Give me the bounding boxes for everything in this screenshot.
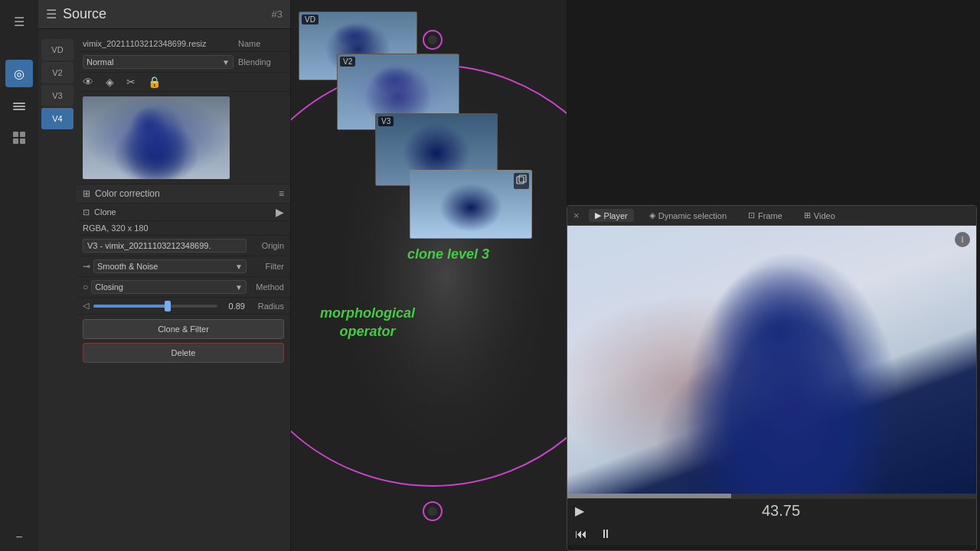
filename-row: vimix_20211103212348699.resiz Name bbox=[77, 36, 290, 52]
player-progress-bar[interactable] bbox=[567, 494, 976, 498]
origin-row: V3 - vimix_20211103212348699. Origin bbox=[77, 236, 290, 256]
thumb-v4[interactable] bbox=[410, 170, 532, 239]
minus-icon[interactable]: − bbox=[5, 523, 33, 551]
radius-row: ◁ 0.89 Radius bbox=[77, 298, 290, 315]
thumbnail-area bbox=[77, 92, 290, 184]
svg-rect-6 bbox=[20, 139, 25, 144]
pause-button[interactable]: ⏸ bbox=[598, 526, 613, 543]
radius-slider-fill bbox=[93, 305, 168, 308]
svg-rect-1 bbox=[13, 106, 25, 107]
method-value: Closing bbox=[95, 282, 123, 292]
svg-rect-14 bbox=[517, 177, 524, 184]
player-header: × ▶ Player ◈ Dynamic selection ⊡ Frame ⊞… bbox=[567, 206, 976, 226]
morph-label: morphological operator bbox=[291, 287, 444, 341]
svg-rect-4 bbox=[20, 132, 25, 137]
color-correction-header: ⊞ Color correction ≡ bbox=[77, 184, 290, 204]
player-close-button[interactable]: × bbox=[573, 210, 580, 221]
color-correction-title: Color correction bbox=[95, 188, 160, 199]
source-panel: ☰ Source #3 VD V2 V3 V4 vimix_2021110321… bbox=[38, 0, 291, 551]
filter-label: Filter bbox=[250, 262, 284, 271]
video-icon: ⊞ bbox=[804, 210, 811, 220]
menu-icon[interactable]: ☰ bbox=[5, 8, 33, 35]
thumb-v3-label: V3 bbox=[378, 116, 394, 126]
timecode-display: 43.75 bbox=[592, 502, 970, 520]
tab-player[interactable]: ▶ Player bbox=[589, 209, 634, 222]
filename-text: vimix_20211103212348699.resiz bbox=[83, 39, 234, 48]
tab-video[interactable]: ⊞ Video bbox=[798, 209, 841, 222]
filter-dropdown-arrow: ▼ bbox=[235, 262, 243, 271]
radius-slider-track[interactable] bbox=[93, 305, 217, 308]
method-select[interactable]: Closing ▼ bbox=[91, 280, 247, 294]
clone-indicator bbox=[514, 173, 529, 189]
tab-frame[interactable]: ⊡ Frame bbox=[742, 209, 789, 222]
tab-dynamic-label: Dynamic selection bbox=[658, 211, 727, 220]
player-info-button[interactable]: ℹ bbox=[955, 232, 970, 247]
blending-row: Normal ▼ Blending bbox=[77, 52, 290, 73]
player-progress-fill bbox=[567, 494, 731, 498]
tab-vd[interactable]: VD bbox=[41, 39, 74, 60]
tab-frame-label: Frame bbox=[758, 211, 782, 220]
panel-title: Source bbox=[63, 6, 266, 22]
svg-point-13 bbox=[428, 507, 437, 516]
player-video: ℹ bbox=[567, 226, 976, 494]
method-dropdown-arrow: ▼ bbox=[235, 283, 243, 292]
filter-value: Smooth & Noise bbox=[97, 262, 158, 271]
radius-value: 0.89 bbox=[222, 302, 245, 311]
eye-icon[interactable]: 👁 bbox=[83, 76, 93, 88]
scissors-icon[interactable]: ✂ bbox=[126, 76, 136, 88]
icon-row: 👁 ◈ ✂ 🔒 bbox=[77, 73, 290, 92]
rgba-info: RGBA, 320 x 180 bbox=[83, 223, 149, 233]
blending-select[interactable]: Normal ▼ bbox=[83, 55, 234, 69]
player-bird-bg bbox=[567, 226, 976, 494]
player-bottom: ⏮ ⏸ bbox=[567, 523, 976, 546]
thumb-overlay bbox=[83, 96, 230, 179]
color-correction-icon: ⊞ bbox=[83, 188, 90, 199]
blending-dropdown-arrow: ▼ bbox=[222, 58, 230, 67]
clone-filter-button[interactable]: Clone & Filter bbox=[83, 319, 284, 339]
audio-icon[interactable]: ◈ bbox=[106, 76, 114, 88]
svg-rect-5 bbox=[13, 139, 18, 144]
skip-back-button[interactable]: ⏮ bbox=[573, 526, 589, 543]
clone-info-row: ⊡ Clone ▶ bbox=[77, 204, 290, 221]
hamburger-icon[interactable]: ☰ bbox=[46, 7, 57, 21]
frame-icon: ⊡ bbox=[748, 210, 755, 220]
thumbnail bbox=[83, 96, 230, 179]
filter-select[interactable]: Smooth & Noise ▼ bbox=[93, 259, 247, 273]
morph-label-text: morphological operator bbox=[320, 305, 415, 338]
rgba-row: RGBA, 320 x 180 bbox=[77, 221, 290, 236]
clone-label: Clone bbox=[94, 207, 116, 217]
source-header: ☰ Source #3 bbox=[38, 0, 290, 29]
radius-icon: ◁ bbox=[83, 301, 89, 311]
origin-value[interactable]: V3 - vimix_20211103212348699. bbox=[83, 239, 247, 253]
radius-slider-thumb[interactable] bbox=[165, 301, 171, 311]
player-panel: × ▶ Player ◈ Dynamic selection ⊡ Frame ⊞… bbox=[567, 205, 977, 551]
section-menu-icon[interactable]: ≡ bbox=[279, 188, 284, 199]
svg-point-11 bbox=[428, 35, 437, 44]
lock-icon[interactable]: 🔒 bbox=[148, 76, 161, 88]
svg-rect-0 bbox=[13, 103, 25, 104]
filter-row: ⊸ Smooth & Noise ▼ Filter bbox=[77, 256, 290, 277]
sidebar: ☰ ◎ − bbox=[0, 0, 38, 551]
blending-value: Normal bbox=[87, 57, 113, 67]
filter-icon: ⊸ bbox=[83, 261, 90, 272]
panel-id: #3 bbox=[272, 8, 283, 20]
layers-icon[interactable] bbox=[5, 92, 33, 119]
delete-button[interactable]: Delete bbox=[83, 343, 284, 363]
svg-rect-3 bbox=[13, 132, 18, 137]
thumb-v2-label: V2 bbox=[340, 57, 355, 67]
tab-v3[interactable]: V3 bbox=[41, 85, 74, 106]
method-label: Method bbox=[250, 282, 284, 292]
clone-nav-icon[interactable]: ▶ bbox=[276, 206, 284, 218]
tab-dynamic[interactable]: ◈ Dynamic selection bbox=[643, 209, 733, 222]
origin-label: Origin bbox=[250, 241, 284, 250]
dynamic-icon: ◈ bbox=[649, 210, 655, 220]
canvas-area: VD V2 V3 clone level 3 morphological ope… bbox=[291, 0, 567, 551]
play-button[interactable]: ▶ bbox=[573, 502, 586, 520]
tab-v2[interactable]: V2 bbox=[41, 62, 74, 83]
method-icon: ○ bbox=[83, 282, 88, 292]
target-icon[interactable]: ◎ bbox=[5, 60, 33, 87]
svg-rect-15 bbox=[519, 175, 526, 182]
player-controls: ▶ 43.75 bbox=[567, 498, 976, 523]
tab-v4[interactable]: V4 bbox=[41, 108, 74, 129]
grid-icon[interactable] bbox=[5, 124, 33, 152]
